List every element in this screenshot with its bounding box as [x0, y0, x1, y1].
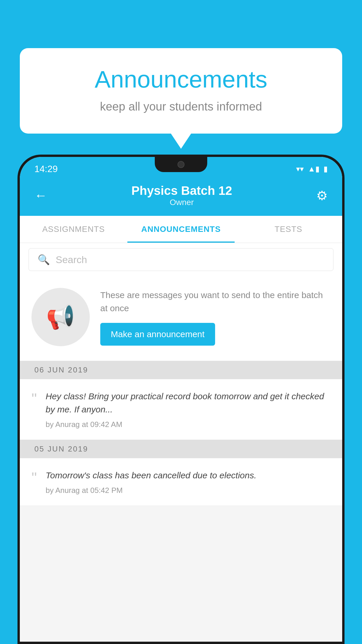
search-icon: 🔍: [38, 254, 50, 265]
status-icons: ▾▾ ▲▮ ▮: [296, 164, 328, 174]
phone-frame: 14:29 ▾▾ ▲▮ ▮ ← Physics Batch 12 Owner ⚙: [17, 155, 345, 644]
speech-bubble: Announcements keep all your students inf…: [20, 48, 342, 134]
date-label-2: 05 JUN 2019: [34, 444, 88, 453]
search-input[interactable]: Search: [56, 254, 87, 265]
settings-icon[interactable]: ⚙: [316, 188, 328, 203]
screen-content: 🔍 Search 📢 These are messages you want t…: [20, 243, 342, 642]
megaphone-circle: 📢: [31, 288, 90, 346]
promo-text-block: These are messages you want to send to t…: [100, 288, 331, 346]
back-button[interactable]: ←: [34, 188, 47, 203]
tabs-bar: ASSIGNMENTS ANNOUNCEMENTS TESTS: [20, 216, 342, 243]
date-separator-2: 05 JUN 2019: [20, 440, 342, 458]
notch: [155, 157, 207, 172]
header-title-block: Physics Batch 12 Owner: [47, 184, 316, 207]
promo-card: 📢 These are messages you want to send to…: [20, 276, 342, 361]
megaphone-icon: 📢: [46, 303, 75, 331]
promo-description: These are messages you want to send to t…: [100, 288, 331, 315]
app-header: ← Physics Batch 12 Owner ⚙: [20, 178, 342, 216]
bubble-title: Announcements: [43, 66, 319, 93]
make-announcement-button[interactable]: Make an announcement: [100, 323, 215, 346]
header-subtitle: Owner: [47, 198, 316, 207]
header-title: Physics Batch 12: [47, 184, 316, 198]
message-meta-1: by Anurag at 09:42 AM: [45, 420, 331, 429]
bubble-subtitle: keep all your students informed: [43, 100, 319, 113]
message-text-2: Tomorrow's class has been cancelled due …: [45, 469, 331, 482]
speech-bubble-section: Announcements keep all your students inf…: [20, 48, 342, 134]
signal-icon: ▲▮: [308, 164, 319, 174]
wifi-icon: ▾▾: [296, 164, 304, 174]
tab-announcements[interactable]: ANNOUNCEMENTS: [127, 216, 235, 243]
quote-icon-1: ": [31, 391, 37, 406]
search-bar-container: 🔍 Search: [20, 243, 342, 276]
message-item-1[interactable]: " Hey class! Bring your practical record…: [20, 379, 342, 440]
phone-inner: 14:29 ▾▾ ▲▮ ▮ ← Physics Batch 12 Owner ⚙: [20, 157, 342, 642]
date-label-1: 06 JUN 2019: [34, 365, 88, 374]
status-time: 14:29: [34, 164, 58, 174]
search-input-wrap[interactable]: 🔍 Search: [29, 248, 333, 271]
camera: [178, 161, 184, 168]
tab-tests[interactable]: TESTS: [235, 216, 342, 243]
message-body-2: Tomorrow's class has been cancelled due …: [45, 469, 331, 495]
message-body-1: Hey class! Bring your practical record b…: [45, 390, 331, 429]
battery-icon: ▮: [324, 164, 328, 174]
message-text-1: Hey class! Bring your practical record b…: [45, 390, 331, 416]
message-meta-2: by Anurag at 05:42 PM: [45, 486, 331, 495]
date-separator-1: 06 JUN 2019: [20, 361, 342, 379]
message-item-2[interactable]: " Tomorrow's class has been cancelled du…: [20, 458, 342, 506]
screen: 14:29 ▾▾ ▲▮ ▮ ← Physics Batch 12 Owner ⚙: [20, 157, 342, 642]
quote-icon-2: ": [31, 470, 37, 485]
tab-assignments[interactable]: ASSIGNMENTS: [20, 216, 127, 243]
